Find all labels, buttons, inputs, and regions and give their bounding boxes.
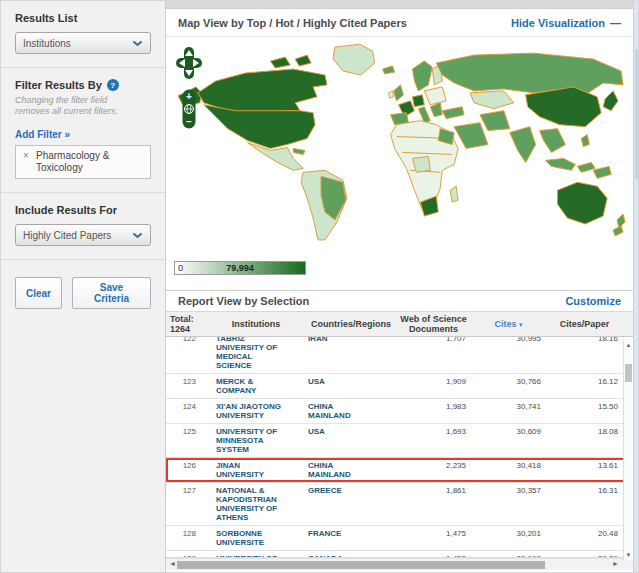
results-list-selected-value: Institutions	[23, 38, 71, 49]
documents-cell: 1,707	[396, 337, 471, 370]
top-divider-strip	[166, 1, 633, 9]
institutions-column-header: Institutions	[206, 319, 306, 329]
cites-per-paper-cell: 16.31	[546, 486, 623, 522]
rank-cell: 125	[166, 427, 206, 454]
table-body: 122TABRIZ UNIVERSITY OF MEDICAL SCIENCEI…	[166, 337, 633, 558]
cites-per-paper-cell: 18.08	[546, 427, 623, 454]
institution-link[interactable]: JINAN UNIVERSITY	[216, 461, 288, 479]
institution-cell: MERCK & COMPANY	[206, 377, 306, 395]
clear-button[interactable]: Clear	[15, 277, 62, 309]
country-link[interactable]: FRANCE	[308, 529, 368, 538]
country-cell: CHINA MAINLAND	[306, 402, 396, 420]
institution-link[interactable]: SORBONNE UNIVERSITE	[216, 529, 288, 547]
help-icon[interactable]: ?	[107, 79, 119, 91]
country-link[interactable]: CHINA MAINLAND	[308, 461, 368, 479]
map-europe[interactable]	[383, 61, 447, 125]
institution-link[interactable]: NATIONAL & KAPODISTRIAN UNIVERSITY OF AT…	[216, 486, 288, 522]
filter-sidebar: Results List Institutions Filter Results…	[1, 1, 166, 573]
country-link[interactable]: GREECE	[308, 486, 368, 495]
institution-link[interactable]: UNIVERSITY OF MINNESOTA SYSTEM	[216, 427, 288, 454]
cites-per-paper-column-header: Cites/Paper	[546, 319, 623, 329]
map-view-header: Map View by Top / Hot / Highly Cited Pap…	[166, 9, 633, 37]
institution-cell: TABRIZ UNIVERSITY OF MEDICAL SCIENCE	[206, 337, 306, 370]
table-vertical-scrollbar[interactable]: ▲ ▼	[623, 340, 633, 560]
filter-section: Filter Results By ? Changing the filter …	[1, 68, 165, 193]
map-oceania[interactable]	[557, 166, 625, 236]
cites-per-paper-cell: 20.48	[546, 529, 623, 547]
cites-cell: 30,609	[471, 427, 546, 454]
map-visualization-zone: + − 0 79,994	[166, 37, 633, 291]
scroll-up-icon[interactable]: ▲	[624, 342, 633, 348]
documents-cell: 1,693	[396, 427, 471, 454]
cites-per-paper-cell: 15.50	[546, 402, 623, 420]
institution-link[interactable]: TABRIZ UNIVERSITY OF MEDICAL SCIENCE	[216, 337, 288, 370]
include-results-dropdown[interactable]: Highly Cited Papers	[15, 224, 151, 246]
scroll-left-icon[interactable]: ◄	[169, 560, 176, 567]
hide-visualization-label: Hide Visualization	[511, 17, 605, 29]
minus-icon: —	[610, 17, 621, 29]
total-count-header: Total: 1264	[166, 314, 206, 334]
hide-visualization-link[interactable]: Hide Visualization —	[511, 17, 621, 29]
results-list-label: Results List	[15, 12, 151, 24]
map-zoom-control[interactable]: + −	[182, 89, 196, 129]
documents-cell: 1,861	[396, 486, 471, 522]
horizontal-scrollbar[interactable]: ◄ ►	[166, 558, 633, 570]
cites-cell: 30,418	[471, 461, 546, 479]
scroll-right-icon[interactable]: ►	[612, 560, 619, 567]
institution-cell: SORBONNE UNIVERSITE	[206, 529, 306, 547]
country-cell: GREECE	[306, 486, 396, 522]
institution-cell: NATIONAL & KAPODISTRIAN UNIVERSITY OF AT…	[206, 486, 306, 522]
table-row: 128SORBONNE UNIVERSITEFRANCE1,47530,2012…	[166, 526, 633, 551]
country-cell: USA	[306, 427, 396, 454]
country-link[interactable]: CHINA MAINLAND	[308, 402, 368, 420]
remove-filter-icon[interactable]: ×	[23, 150, 29, 162]
cites-column-header-sortable[interactable]: Cites ▾	[471, 319, 546, 330]
institution-cell: JINAN UNIVERSITY	[206, 461, 306, 479]
horizontal-scrollbar-thumb[interactable]	[177, 561, 545, 569]
institution-link[interactable]: XI'AN JIAOTONG UNIVERSITY	[216, 402, 288, 420]
include-results-selected-value: Highly Cited Papers	[23, 230, 111, 241]
page-scrollbar-thumb[interactable]	[635, 49, 639, 179]
map-view-title: Map View by Top / Hot / Highly Cited Pap…	[178, 17, 407, 29]
total-label: Total:	[170, 314, 206, 324]
table-scrollbar-thumb[interactable]	[625, 364, 632, 382]
documents-cell: 2,235	[396, 461, 471, 479]
criteria-buttons-section: Clear Save Criteria	[1, 260, 165, 322]
world-map[interactable]	[176, 41, 628, 255]
main-panel: Map View by Top / Hot / Highly Cited Pap…	[166, 1, 633, 573]
country-link[interactable]: USA	[308, 427, 368, 436]
documents-column-header: Web of Science Documents	[396, 314, 471, 334]
map-asia[interactable]	[436, 53, 623, 172]
rank-cell: 122	[166, 337, 206, 370]
table-row: 129UNIVERSITY OF BRITISHCANADA1,45330,16…	[166, 551, 633, 558]
page-vertical-scrollbar[interactable]	[633, 1, 639, 573]
institution-link[interactable]: MERCK & COMPANY	[216, 377, 288, 395]
results-list-dropdown[interactable]: Institutions	[15, 32, 151, 54]
map-africa[interactable]	[391, 121, 459, 216]
filter-note: Changing the filter field removes all cu…	[15, 95, 135, 117]
map-south-america[interactable]	[301, 170, 347, 240]
add-filter-link[interactable]: Add Filter »	[15, 129, 70, 140]
map-pan-control[interactable]	[176, 47, 202, 79]
country-link[interactable]: IRAN	[308, 337, 368, 343]
save-criteria-button[interactable]: Save Criteria	[72, 277, 151, 309]
filter-results-label: Filter Results By	[15, 79, 102, 91]
chevron-down-icon	[132, 40, 143, 47]
include-results-section: Include Results For Highly Cited Papers	[1, 193, 165, 260]
cites-cell: 30,357	[471, 486, 546, 522]
institution-cell: UNIVERSITY OF MINNESOTA SYSTEM	[206, 427, 306, 454]
map-north-america[interactable]	[178, 44, 375, 170]
cites-column-label: Cites	[494, 319, 516, 329]
scroll-down-icon[interactable]: ▼	[624, 552, 633, 558]
map-color-legend: 0 79,994	[174, 261, 306, 275]
customize-link[interactable]: Customize	[565, 295, 621, 307]
country-link[interactable]: USA	[308, 377, 368, 386]
cites-cell: 30,766	[471, 377, 546, 395]
country-cell: FRANCE	[306, 529, 396, 547]
cites-per-paper-cell: 16.12	[546, 377, 623, 395]
table-header-row: Total: 1264 Institutions Countries/Regio…	[166, 311, 633, 337]
filter-tag: × Pharmacology & Toxicology	[15, 145, 151, 179]
total-value: 1264	[170, 324, 206, 334]
zoom-out-icon: −	[186, 116, 192, 127]
rank-cell: 128	[166, 529, 206, 547]
